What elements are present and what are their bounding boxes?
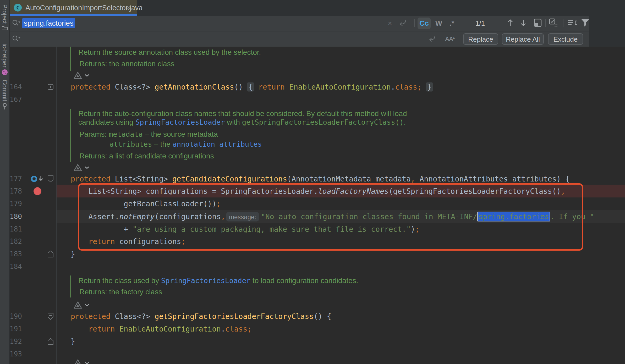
code-segment: Returns: the factory class [79, 288, 162, 296]
code-segment: ; [417, 83, 422, 91]
code-text: return EnableAutoConfiguration.class; [71, 325, 252, 333]
code-text: protected List<String> getCandidateConfi… [71, 175, 570, 183]
whole-words-toggle[interactable]: W [432, 18, 445, 29]
code-segment: protected [71, 175, 115, 183]
doc-line: Returns: a list of candidate configurati… [0, 151, 625, 161]
code-segment: (AnnotationMetadata metadata [287, 175, 411, 183]
next-occurrence-icon[interactable] [520, 19, 527, 28]
clear-search-icon[interactable]: × [388, 19, 392, 27]
code-segment: class [395, 83, 417, 91]
chevron-down-icon[interactable] [82, 74, 90, 79]
chevron-down-icon[interactable] [82, 304, 90, 308]
annotation-icon[interactable] [73, 164, 82, 173]
code-segment: { [247, 82, 254, 92]
code-editor[interactable]: Return the source annotation class used … [0, 47, 625, 364]
code-segment: class [225, 325, 247, 333]
code-line-184[interactable]: 184 [0, 260, 625, 273]
exclude-button[interactable]: Exclude [548, 33, 583, 45]
code-segment: with [225, 118, 242, 126]
code-text: } [71, 250, 75, 258]
code-segment: Returns: a list of candidate configurati… [79, 152, 214, 160]
code-segment: protected [71, 312, 115, 321]
breakpoint-icon[interactable] [34, 187, 41, 195]
search-icon[interactable] [12, 19, 21, 28]
preserve-case-icon[interactable]: AA▴ [445, 35, 454, 43]
doc-line: Returns: the factory class [0, 287, 625, 297]
code-line-167[interactable]: 167 [0, 93, 625, 106]
open-in-find-window-icon[interactable] [534, 18, 542, 28]
code-text: } [71, 337, 75, 346]
code-segment: } [426, 82, 433, 92]
stripe-item-ic-helper[interactable]: ic-helper [0, 43, 9, 76]
commit-icon [0, 103, 9, 111]
annotation-icon[interactable] [73, 301, 82, 311]
doc-line: Return the source annotation class used … [0, 47, 625, 58]
stripe-item-project[interactable]: Project [0, 4, 9, 31]
doc-text: Return the source annotation class used … [78, 48, 261, 57]
divider [563, 19, 563, 27]
annotation-icon-row [0, 164, 625, 173]
code-segment: return [258, 83, 289, 91]
select-all-occurrences-icon[interactable] [549, 18, 558, 29]
code-segment: getSpringFactoriesLoaderFactoryClass [155, 312, 314, 321]
code-text: protected Class<?> getAnnotationClass() … [71, 83, 433, 91]
annotation-rectangle [78, 183, 583, 251]
doc-line: Return the class used by SpringFactories… [0, 275, 625, 286]
doc-link[interactable]: SpringFactoriesLoader [161, 277, 250, 285]
code-segment: AnnotationAttributes attributes) { [415, 175, 570, 183]
tab-close-icon[interactable]: × [127, 4, 131, 12]
doc-line: Params: metadata – the source metadata [0, 129, 625, 140]
ide-window: C AutoConfigurationImportSelector.java ×… [0, 0, 625, 364]
code-segment: protected [71, 83, 115, 91]
code-segment: . [391, 83, 395, 91]
find-row: spring.factories × Cc W .* 1/1 [10, 16, 589, 31]
code-segment: – the [152, 140, 173, 148]
doc-line: candidates using SpringFactoriesLoader w… [0, 117, 625, 128]
stripe-label: ic-helper [1, 43, 8, 68]
code-segment: Class<?> [115, 312, 155, 321]
code-line-193[interactable]: 193 [0, 348, 625, 360]
match-case-toggle[interactable]: Cc [418, 18, 431, 29]
newline-icon[interactable] [428, 35, 436, 43]
stripe-label: Project [1, 4, 8, 24]
doc-text: Returns: the annotation class [79, 60, 174, 68]
newline-icon[interactable] [399, 19, 407, 27]
code-segment: . [404, 118, 406, 126]
annotation-icon[interactable] [73, 359, 82, 364]
regex-toggle[interactable]: .* [445, 18, 458, 29]
replace-row: AA▴ Replace Replace All Exclude [10, 31, 589, 47]
editor-tab[interactable]: C AutoConfigurationImportSelector.java × [10, 0, 137, 16]
doc-line: Returns: the annotation class [0, 58, 625, 70]
filter-icon[interactable] [581, 19, 590, 28]
annotation-icon[interactable] [73, 71, 82, 81]
code-line-164[interactable]: 164protected Class<?> getAnnotationClass… [0, 81, 625, 93]
code-line-192[interactable]: 192} [0, 335, 625, 348]
replace-button[interactable]: Replace [463, 33, 498, 45]
code-segment: – the source metadata [143, 130, 218, 138]
doc-text: Returns: the factory class [79, 288, 162, 296]
code-segment: Return the class used by [78, 277, 161, 285]
search-options-icon[interactable] [567, 19, 577, 28]
previous-occurrence-icon[interactable] [507, 19, 514, 28]
find-replace-panel: spring.factories × Cc W .* 1/1 [10, 16, 589, 47]
chevron-down-icon[interactable] [82, 361, 90, 364]
code-segment: EnableAutoConfiguration [119, 325, 221, 333]
code-segment: Returns: the annotation class [79, 60, 174, 68]
code-line-190[interactable]: 190protected Class<?> getSpringFactories… [0, 310, 625, 323]
doc-line: attributes – the annotation attributes [0, 139, 625, 150]
chevron-down-icon[interactable] [82, 166, 90, 171]
code-line-191[interactable]: 191 return EnableAutoConfiguration.class… [0, 323, 625, 335]
replace-field-icon[interactable] [12, 35, 21, 43]
doc-link[interactable]: annotation attributes [172, 140, 262, 148]
tool-window-stripe: Projectic-helperCommit [0, 0, 10, 364]
plugin-icon [0, 69, 9, 76]
code-segment: to load configuration candidates. [250, 277, 358, 285]
match-counter: 1/1 [475, 19, 485, 27]
code-segment: return [71, 325, 119, 333]
stripe-item-commit[interactable]: Commit [0, 80, 9, 111]
search-input[interactable]: spring.factories [22, 19, 75, 27]
code-segment: getAnnotationClass [155, 83, 234, 91]
code-segment [254, 83, 258, 91]
replace-all-button[interactable]: Replace All [502, 33, 544, 45]
doc-link[interactable]: SpringFactoriesLoader [135, 118, 225, 126]
